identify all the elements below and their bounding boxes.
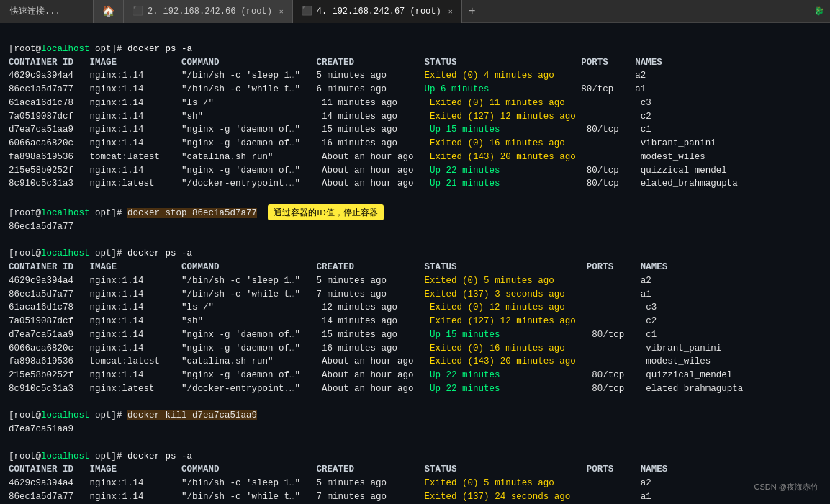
- table-row: 6066aca6820c nginx:1.14 "nginx -g 'daemo…: [9, 137, 821, 150]
- table-row: fa898a619536 tomcat:latest "catalina.sh …: [9, 355, 821, 369]
- kill-output: d7ea7ca51aa9: [9, 423, 821, 436]
- prompt-line-3: [root@localhost opt]# docker ps -a: [9, 234, 821, 261]
- table-row: 86ec1a5d7a77 nginx:1.14 "/bin/sh -c 'whi…: [9, 83, 821, 96]
- table-row: 4629c9a394a4 nginx:1.14 "/bin/sh -c 'sle…: [9, 69, 821, 83]
- stop-output: 86ec1a5d7a77: [9, 220, 821, 234]
- title-bar-right: 🐉: [814, 6, 830, 16]
- csdn-watermark-top: 🐉: [814, 6, 824, 16]
- watermark: CSDN @夜海赤竹: [754, 482, 818, 492]
- tab-ssh-2[interactable]: ⬛ 4. 192.168.242.67 (root) ✕: [293, 0, 462, 23]
- terminal-area[interactable]: [root@localhost opt]# docker ps -a CONTA…: [0, 23, 830, 504]
- tab-close-2[interactable]: ✕: [448, 7, 453, 16]
- tab-label-1: 2. 192.168.242.66 (root): [148, 6, 272, 17]
- table-row: 8c910c5c31a3 nginx:latest "/docker-entry…: [9, 382, 821, 396]
- add-tab-button[interactable]: +: [462, 0, 482, 23]
- tab-label-2: 4. 192.168.242.67 (root): [317, 6, 441, 17]
- tab-ssh-1[interactable]: ⬛ 2. 192.168.242.66 (root) ✕: [124, 0, 293, 23]
- table-row: 7a0519087dcf nginx:1.14 "sh" 14 minutes …: [9, 315, 821, 328]
- table-row: 4629c9a394a4 nginx:1.14 "/bin/sh -c 'sle…: [9, 477, 821, 490]
- table-row: 8c910c5c31a3 nginx:latest "/docker-entry…: [9, 177, 821, 191]
- table-row: 7a0519087dcf nginx:1.14 "sh" 14 minutes …: [9, 110, 821, 124]
- table-row: 215e58b0252f nginx:1.14 "nginx -g 'daemo…: [9, 164, 821, 178]
- title-bar: 快速连接... 🏠 ⬛ 2. 192.168.242.66 (root) ✕ ⬛…: [0, 0, 830, 23]
- table-row: 86ec1a5d7a77 nginx:1.14 "/bin/sh -c 'whi…: [9, 288, 821, 302]
- table-row: d7ea7ca51aa9 nginx:1.14 "nginx -g 'daemo…: [9, 123, 821, 137]
- table-row: 86ec1a5d7a77 nginx:1.14 "/bin/sh -c 'whi…: [9, 490, 821, 504]
- terminal-icon-2: ⬛: [302, 6, 312, 17]
- tab-close-1[interactable]: ✕: [279, 7, 284, 16]
- table-row: 215e58b0252f nginx:1.14 "nginx -g 'daemo…: [9, 369, 821, 382]
- annotation-stop: 通过容器的ID值，停止容器: [268, 204, 384, 220]
- prompt-line-1: [root@localhost opt]# docker ps -a: [9, 29, 821, 56]
- home-icon: 🏠: [102, 5, 114, 17]
- prompt-line-4: [root@localhost opt]# docker kill d7ea7c…: [9, 396, 821, 423]
- table-header-3: CONTAINER ID IMAGE COMMAND CREATED STATU…: [9, 463, 821, 477]
- table-row: 61aca16d1c78 nginx:1.14 "ls /" 12 minute…: [9, 301, 821, 315]
- table-row: fa898a619536 tomcat:latest "catalina.sh …: [9, 150, 821, 164]
- table-header-1: CONTAINER ID IMAGE COMMAND CREATED STATU…: [9, 56, 821, 70]
- table-row: 6066aca6820c nginx:1.14 "nginx -g 'daemo…: [9, 342, 821, 356]
- terminal-icon-1: ⬛: [132, 6, 143, 17]
- quick-connect[interactable]: 快速连接...: [0, 0, 94, 23]
- table-row: d7ea7ca51aa9 nginx:1.14 "nginx -g 'daemo…: [9, 328, 821, 342]
- table-row: 4629c9a394a4 nginx:1.14 "/bin/sh -c 'sle…: [9, 274, 821, 288]
- table-header-2: CONTAINER ID IMAGE COMMAND CREATED STATU…: [9, 261, 821, 274]
- tab-home[interactable]: 🏠: [94, 0, 124, 23]
- table-row: 61aca16d1c78 nginx:1.14 "ls /" 11 minute…: [9, 96, 821, 110]
- prompt-line-5: [root@localhost opt]# docker ps -a: [9, 436, 821, 464]
- prompt-line-2: [root@localhost opt]# docker stop 86ec1a…: [9, 191, 821, 220]
